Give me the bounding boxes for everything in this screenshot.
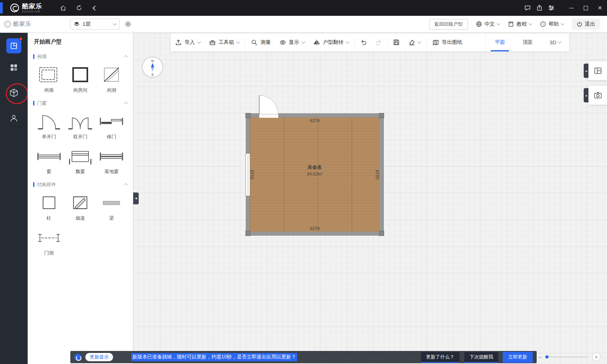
dimension-left[interactable]: 5518 [250,170,254,179]
whats-new-button[interactable]: 更新了什么？ [420,352,460,363]
power-icon [577,21,582,27]
double-door-icon [68,113,92,131]
compass[interactable]: N S [141,56,164,78]
language-menu[interactable]: 中文 [476,21,500,28]
snapshot-fab-handle[interactable]: ◀ [584,88,588,102]
room-label[interactable]: 未命名 34.62m² [307,164,322,176]
flue-icon [68,194,92,212]
update-now-button[interactable]: 立即更新 [503,352,533,363]
compass-north-label: N [151,59,154,63]
dimension-right[interactable]: 5518 [375,170,380,179]
brand: 酷家乐 KUJIALE.COM [10,3,42,13]
column-icon [37,194,61,212]
3d-models-button[interactable] [0,82,28,104]
zoom-in-button[interactable]: + [592,353,601,361]
drawing-canvas[interactable]: N S 6274 6274 5518 5518 未命名 34.62m² [133,33,607,364]
templates-button[interactable] [0,57,28,79]
tool-draw-wall[interactable]: 画墙 [33,64,64,95]
chevron-down-icon [236,40,240,44]
dimension-bottom[interactable]: 6274 [310,226,319,231]
door-swing-icon[interactable] [259,94,279,117]
chevron-up-icon [124,55,128,59]
redo-icon [375,39,382,46]
display-button[interactable]: 显示 [275,33,309,51]
snapshot-button[interactable] [588,86,607,105]
undo-icon [360,39,367,46]
dimension-top[interactable]: 6274 [310,118,319,123]
redo-button[interactable] [371,33,386,51]
tool-bay-window[interactable]: 飘窗 [64,146,96,177]
chevron-down-icon [346,40,350,44]
back-button[interactable] [90,3,100,13]
tab-3d-view[interactable]: 3D [541,33,569,51]
minimize-button[interactable] [564,0,579,16]
room-name: 未命名 [307,164,322,170]
tool-flue[interactable]: 烟道 [64,192,96,223]
tool-window[interactable]: 窗 [33,146,64,177]
tool-french-window[interactable]: 落地窗 [96,146,127,177]
help-menu[interactable]: ? 帮助 [540,21,564,28]
exit-button[interactable]: 退出 [572,19,600,30]
layout-icon [594,66,602,75]
chevron-down-icon [497,22,501,26]
toolbar-brand-name: 酷家乐 [13,21,31,28]
share-button[interactable] [534,3,545,13]
section-header-walls[interactable]: 画墙 [33,50,127,63]
window-element[interactable] [245,153,250,196]
tool-sliding-door[interactable]: 移门 [96,111,127,142]
import-button[interactable]: 导入 [171,33,205,51]
tab-ceiling-view[interactable]: 顶面 [514,33,541,51]
beam-icon [99,194,124,212]
zoom-out-button[interactable]: − [539,354,542,360]
zoom-slider[interactable] [546,356,588,357]
remind-later-button[interactable]: 下次提醒我 [464,352,499,363]
feedback-button[interactable] [522,3,533,13]
tool-draw-room[interactable]: 画房间 [64,64,96,95]
floor-settings-button[interactable] [124,21,132,28]
tool-beam[interactable]: 梁 [96,192,127,223]
minimize-icon [569,8,574,8]
forward-icon [61,6,66,11]
floor-selector[interactable]: 1层 [70,19,120,30]
undo-button[interactable] [356,33,371,51]
tool-column[interactable]: 柱 [33,192,64,223]
cube-icon [9,88,19,98]
section-header-doors-windows[interactable]: 门窗 [33,97,127,109]
panel-collapse-handle[interactable]: ◀ [133,192,139,204]
section-accent [33,101,34,106]
toolbox-icon [209,39,216,46]
eraser-button[interactable] [404,33,425,51]
toolbox-button[interactable]: 工具箱 [205,33,244,51]
refresh-button[interactable] [74,3,84,13]
room[interactable]: 6274 6274 5518 5518 未命名 34.62m² [246,114,383,235]
toolbar-separator [426,38,427,47]
tool-draw-opening[interactable]: 画洞 [96,64,127,95]
maximize-button[interactable] [579,0,593,16]
layout-panel-button[interactable] [588,61,607,80]
back-to-old-version-button[interactable]: 返回旧版户型 [429,19,468,30]
tool-single-door[interactable]: 单开门 [33,111,64,142]
tutorials-menu[interactable]: 教程 [508,21,532,28]
export-drawings-button[interactable]: 导出图纸 [428,33,467,51]
drawing-panel: 开始画户型 画墙 画墙 画房间 画洞 门窗 [28,33,133,364]
update-notification-bar: 更新提示 新版本已准备就绪，随时可以更新，约需10秒，是否立即退出应用以更新？ … [70,351,537,363]
chevron-down-icon [113,22,117,26]
zoom-slider-handle[interactable] [545,355,549,358]
preferences-button[interactable] [546,3,556,13]
flip-button[interactable]: 户型翻转 [309,33,353,51]
tool-double-door[interactable]: 双开门 [64,111,96,142]
floorplan-tool-button[interactable] [6,38,21,53]
tool-doorway[interactable]: 门洞 [33,227,64,258]
account-button[interactable] [0,107,28,129]
layout-fab-handle[interactable]: ◀ [584,64,588,78]
close-button[interactable]: ✕ [593,0,607,16]
forward-button[interactable] [58,3,68,13]
panel-title: 开始画户型 [33,33,127,49]
tab-plan-view[interactable]: 平面 [486,33,514,51]
user-icon [9,114,18,123]
save-button[interactable] [389,33,404,51]
measure-button[interactable]: 测量 [247,33,275,51]
section-header-structure[interactable]: 结构部件 [33,178,127,191]
save-icon [393,39,400,46]
app-window: 酷家乐 KUJIALE.COM [0,0,607,364]
